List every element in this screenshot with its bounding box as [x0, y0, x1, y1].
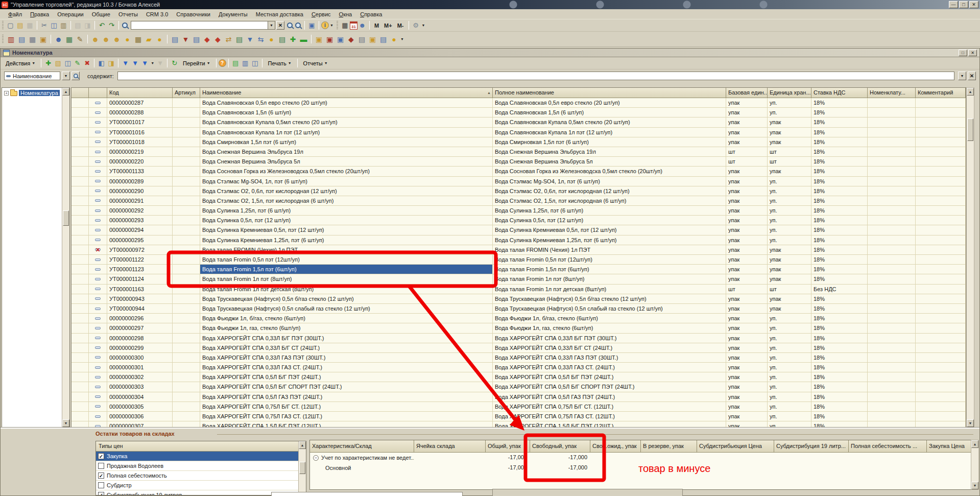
cell-name[interactable]: Вода ХАРРОГЕЙТ СПА 0,5Л Б/Г СПОРТ ПЭТ (2…: [200, 382, 493, 392]
stock-column-header[interactable]: Характеристика/Склад: [310, 440, 414, 453]
row-marker-cell[interactable]: [89, 265, 107, 274]
add-group-icon[interactable]: ▧: [53, 58, 63, 68]
cell-comment[interactable]: [916, 235, 966, 245]
cell-code[interactable]: УТ000001122: [107, 255, 173, 265]
column-header-Код[interactable]: Код: [107, 88, 173, 98]
table-row[interactable]: УТ000001122Вода талая Fromin 0,5л пэт (1…: [71, 255, 966, 265]
hierarchy-view-icon[interactable]: ◨: [106, 58, 116, 68]
cell-store-unit[interactable]: уп.: [768, 412, 811, 421]
table-row[interactable]: УТ000001017Вода Славяновская Купала 0,5м…: [71, 117, 966, 127]
cell-vat[interactable]: 18%: [811, 323, 868, 333]
maximize-button[interactable]: □: [959, 1, 968, 8]
row-marker-cell[interactable]: [89, 206, 107, 216]
cell-comment[interactable]: [916, 216, 966, 225]
memory-store-button[interactable]: M: [372, 22, 381, 29]
table-row[interactable]: 00000000287Вода Славяновская 0,5л евро с…: [71, 98, 966, 108]
delete-item-icon[interactable]: ✖: [82, 58, 92, 68]
cell-group[interactable]: [868, 343, 916, 353]
cell-comment[interactable]: [916, 372, 966, 382]
row-marker-cell[interactable]: [89, 294, 107, 304]
cell-comment[interactable]: [916, 225, 966, 235]
cell-group[interactable]: [868, 412, 916, 421]
row-marker-cell[interactable]: [89, 402, 107, 412]
tree-scrollbar[interactable]: ▲ ▼: [62, 88, 69, 427]
copy-icon[interactable]: ◫: [49, 20, 59, 30]
cell-comment[interactable]: [916, 382, 966, 392]
cell-group[interactable]: [868, 294, 916, 304]
table-row[interactable]: УТ000001124Вода талая Fromin 1л пэт (8шт…: [71, 274, 966, 284]
cell-name[interactable]: Вода ХАРРОГЕЙТ СПА 0,75Л ГАЗ СТ. (12ШТ.): [200, 412, 493, 421]
cell-vat[interactable]: 18%: [811, 225, 868, 235]
cell-code[interactable]: 00000000291: [107, 196, 173, 206]
cell-vat[interactable]: 18%: [811, 382, 868, 392]
cell-store-unit[interactable]: уп.: [768, 314, 811, 323]
cell-comment[interactable]: [916, 177, 966, 186]
cell-name[interactable]: Вода Сулинка Кремниевая 0,5л, пэт (12 шт…: [200, 225, 493, 235]
cell-code[interactable]: 00000000219: [107, 147, 173, 157]
search-dropdown-icon[interactable]: ▼: [268, 21, 275, 30]
row-marker-cell[interactable]: [89, 186, 107, 196]
column-header-Полное наименование[interactable]: Полное наименование: [493, 88, 726, 98]
cell-vat[interactable]: 18%: [811, 216, 868, 225]
row-marker-cell[interactable]: [89, 285, 107, 294]
menu-item-4[interactable]: Общие: [88, 10, 114, 18]
row-marker-cell[interactable]: [89, 157, 107, 167]
toolbar-standard-grip[interactable]: [2, 21, 4, 30]
move-to-group-icon[interactable]: ◧: [97, 58, 106, 68]
cell-group[interactable]: [868, 372, 916, 382]
cell-store-unit[interactable]: уп.: [768, 235, 811, 245]
cell-fullname[interactable]: Вода ХАРРОГЕЙТ СПА 0,75Л ГАЗ СТ. (12ШТ.): [493, 412, 726, 421]
cell-base-unit[interactable]: упак: [726, 363, 768, 372]
archive-doc-icon[interactable]: ▤: [356, 34, 367, 44]
menu-item-11[interactable]: Окна: [335, 10, 356, 18]
coins-doc-icon[interactable]: ●: [266, 34, 277, 44]
table-row[interactable]: 00000000301Вода ХАРРОГЕЙТ СПА 0,33Л ГАЗ …: [71, 363, 966, 372]
cell-store-unit[interactable]: уп.: [768, 323, 811, 333]
cell-store-unit[interactable]: уп.: [768, 382, 811, 392]
print-form-icon[interactable]: ▤: [16, 34, 27, 44]
cell-name[interactable]: Вода Фьюджи 1л, б/газ, стекло (6шт/уп): [200, 314, 493, 323]
cell-article[interactable]: [173, 323, 200, 333]
goto-menu-button[interactable]: Перейти▼: [179, 59, 214, 68]
cell-article[interactable]: [173, 147, 200, 157]
column-header-Единица хран...[interactable]: Единица хран...: [768, 88, 811, 98]
stock-column-header[interactable]: Субдистрибуция 19 литр...: [774, 440, 849, 453]
cell-store-unit[interactable]: уп.: [768, 98, 811, 108]
cell-name[interactable]: Вода Трускавецкая (Нафтуся) 0,5л слабый …: [200, 304, 493, 314]
cell-group[interactable]: [868, 147, 916, 157]
cell-vat[interactable]: 18%: [811, 412, 868, 421]
cell-purchase-price[interactable]: [927, 453, 971, 463]
checkbox-checked-icon[interactable]: ✓: [98, 453, 104, 459]
cell-group[interactable]: [868, 255, 916, 265]
cell-article[interactable]: [173, 421, 200, 427]
toolbar-commands-grip[interactable]: [2, 35, 4, 43]
tree-item-nomenclature[interactable]: + Номенклатура: [2, 88, 69, 96]
cell-name[interactable]: Вода Славяновская 1,5л (6 шт/уп): [200, 108, 493, 117]
cell-vat[interactable]: 18%: [811, 343, 868, 353]
row-marker-cell[interactable]: [89, 128, 107, 137]
cell-comment[interactable]: [916, 323, 966, 333]
table-row[interactable]: 00000000306Вода ХАРРОГЕЙТ СПА 0,75Л ГАЗ …: [71, 412, 966, 421]
cell-name[interactable]: Вода Славяновская Купала 1л пэт (12 шт/у…: [200, 128, 493, 137]
stock-table-row[interactable]: −Учет по характеристикам не ведет...-17,…: [310, 453, 971, 463]
cell-store-unit[interactable]: упак: [768, 128, 811, 137]
cell-name[interactable]: Вода Снежная Вершина Эльбруса 19л: [200, 147, 493, 157]
row-marker-cell[interactable]: [89, 343, 107, 353]
row-marker-cell[interactable]: [89, 274, 107, 284]
stock-table-scrollbar[interactable]: ▲ ▼: [971, 440, 979, 490]
cell-article[interactable]: [173, 314, 200, 323]
table-row[interactable]: 00000000295Вода Сулинка Кремниевая 1,25л…: [71, 235, 966, 245]
cell-article[interactable]: [173, 285, 200, 294]
cell-store-unit[interactable]: уп.: [768, 225, 811, 235]
cell-group[interactable]: [868, 225, 916, 235]
cell-base-unit[interactable]: упак: [726, 167, 768, 176]
table-row[interactable]: 00000000289Вода Стэлмас Mg-SO4, 1л, пэт …: [71, 177, 966, 186]
doc-green-icon[interactable]: ▤: [234, 34, 245, 44]
customer-invoices-icon[interactable]: ☻: [101, 34, 111, 44]
filter-history-dropdown-icon[interactable]: ▼: [958, 72, 966, 80]
menu-item-6[interactable]: CRM 3.0: [142, 10, 172, 18]
cell-fullname[interactable]: Вода талая Fromin 1л пэт (8шт/уп): [493, 274, 726, 284]
cell-fullname[interactable]: Вода Сулинка 0,5л, пэт (12 шт/уп): [493, 216, 726, 225]
cell-store-unit[interactable]: уп.: [768, 196, 811, 206]
column-header-Номенклату...[interactable]: Номенклату...: [868, 88, 916, 98]
